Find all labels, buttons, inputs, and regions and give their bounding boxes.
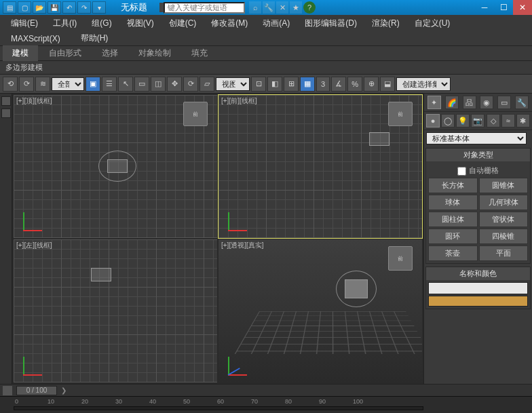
utilities-tab-icon[interactable]: 🔧 — [515, 96, 529, 109]
btn-box[interactable]: 长方体 — [428, 178, 478, 193]
close-button[interactable]: ✕ — [513, 0, 532, 15]
snap-toggle-icon[interactable]: ▦ — [300, 77, 315, 92]
object-color-swatch[interactable] — [428, 296, 528, 307]
lights-icon[interactable]: 💡 — [456, 114, 470, 127]
maximize-button[interactable]: ☐ — [494, 0, 513, 15]
named-sel-icon[interactable]: ⬓ — [380, 77, 395, 92]
open-icon[interactable]: 📂 — [33, 1, 46, 14]
btn-geosphere[interactable]: 几何球体 — [479, 195, 529, 210]
viewcube[interactable]: 前 — [388, 246, 413, 271]
menu-edit[interactable]: 编辑(E) — [5, 16, 43, 31]
timeline-expand-icon[interactable]: ❯ — [61, 387, 66, 394]
exchange-icon[interactable]: ✕ — [276, 1, 288, 14]
btn-plane[interactable]: 平面 — [479, 245, 529, 261]
search-input[interactable] — [164, 2, 245, 14]
viewport-top[interactable]: [+][顶][线框] 前 — [14, 95, 217, 238]
shapes-icon[interactable]: ◯ — [441, 114, 455, 127]
tab-modeling[interactable]: 建模 — [3, 45, 38, 61]
snap-3-icon[interactable]: 3 — [316, 77, 330, 92]
menu-modifiers[interactable]: 修改器(M) — [206, 16, 253, 31]
tab-freeform[interactable]: 自由形式 — [39, 45, 91, 61]
unlink-icon[interactable]: ⟳ — [19, 77, 34, 92]
select-object-icon[interactable]: ▣ — [86, 77, 100, 92]
scale-icon[interactable]: ▱ — [200, 77, 214, 92]
btn-torus[interactable]: 圆环 — [428, 229, 478, 244]
new-icon[interactable]: ▢ — [18, 1, 31, 14]
modify-tab-icon[interactable]: 🌈 — [445, 96, 459, 109]
menu-grapheditors[interactable]: 图形编辑器(D) — [299, 16, 362, 31]
object-box[interactable] — [91, 268, 111, 281]
timeline-toggle-icon[interactable] — [3, 386, 12, 395]
helpers-icon[interactable]: ◇ — [487, 114, 500, 127]
menu-tools[interactable]: 工具(I) — [48, 16, 82, 31]
create-tab-icon[interactable]: ✦ — [428, 96, 441, 109]
geometry-type-dropdown[interactable]: 标准基本体 — [426, 132, 527, 144]
menu-rendering[interactable]: 渲染(R) — [366, 16, 405, 31]
select-arrow-icon[interactable]: ↖ — [118, 77, 133, 92]
viewport-label[interactable]: [+][左][线框] — [16, 241, 52, 250]
viewport-left[interactable]: [+][左][线框] — [14, 239, 217, 382]
select-name-icon[interactable]: ☰ — [102, 77, 117, 92]
manip-icon[interactable]: ◧ — [267, 77, 282, 92]
tab-objectpaint[interactable]: 对象绘制 — [129, 45, 180, 61]
menu-create[interactable]: 创建(C) — [164, 16, 202, 31]
star-icon[interactable]: ★ — [290, 1, 302, 14]
viewport-front[interactable]: [+][前][线框] 前 — [218, 95, 422, 238]
wrench-icon[interactable]: 🔧 — [263, 1, 275, 14]
geometry-icon[interactable]: ● — [426, 114, 440, 127]
btn-tube[interactable]: 管状体 — [479, 212, 529, 227]
viewport-perspective[interactable]: [+][透视][真实] 前 — [218, 239, 422, 382]
save-icon[interactable]: 💾 — [48, 1, 61, 14]
menu-group[interactable]: 组(G) — [86, 16, 117, 31]
track-range[interactable] — [14, 406, 423, 410]
btn-teapot[interactable]: 茶壶 — [428, 245, 478, 261]
bind-icon[interactable]: ≋ — [35, 77, 50, 92]
track-bar[interactable]: 0 10 20 30 40 50 60 70 80 90 100 — [0, 396, 532, 413]
menu-views[interactable]: 视图(V) — [121, 16, 159, 31]
selection-filter-dropdown[interactable]: 全部 — [52, 77, 84, 91]
rail-btn-2[interactable] — [1, 109, 11, 118]
spinner-snap-icon[interactable]: ⊕ — [364, 77, 379, 92]
viewcube[interactable]: 前 — [183, 102, 208, 126]
app-menu-icon[interactable]: ▤ — [3, 1, 16, 14]
tab-populate[interactable]: 填充 — [182, 45, 217, 61]
rotate-icon[interactable]: ⟳ — [183, 77, 198, 92]
angle-snap-icon[interactable]: ∡ — [331, 77, 346, 92]
object-box[interactable] — [107, 159, 128, 173]
object-box[interactable] — [369, 132, 390, 146]
motion-tab-icon[interactable]: ◉ — [480, 96, 493, 109]
percent-snap-icon[interactable]: % — [347, 77, 362, 92]
help-icon[interactable]: ? — [303, 1, 316, 14]
tab-selection[interactable]: 选择 — [92, 45, 128, 61]
redo-icon[interactable]: ↷ — [77, 1, 91, 14]
btn-cylinder[interactable]: 圆柱体 — [428, 212, 478, 227]
viewport-label[interactable]: [+][顶][线框] — [16, 96, 52, 106]
qat-more-icon[interactable]: ▾ — [92, 1, 106, 14]
rail-btn-1[interactable] — [1, 96, 11, 106]
minimize-button[interactable]: ─ — [475, 0, 494, 15]
btn-sphere[interactable]: 球体 — [428, 195, 478, 210]
time-slider[interactable]: 0 / 100 ❯ — [0, 384, 532, 396]
cameras-icon[interactable]: 📷 — [471, 114, 484, 127]
menu-help[interactable]: 帮助(H) — [75, 31, 114, 45]
btn-pyramid[interactable]: 四棱锥 — [479, 229, 529, 244]
systems-icon[interactable]: ✱ — [516, 114, 530, 127]
undo-icon[interactable]: ↶ — [62, 1, 76, 14]
move-icon[interactable]: ✥ — [167, 77, 182, 92]
named-selection-dropdown[interactable]: 创建选择集 — [396, 77, 451, 91]
object-name-input[interactable] — [428, 282, 528, 294]
autogrid-checkbox[interactable] — [457, 167, 466, 176]
menu-maxscript[interactable]: MAXScript(X) — [5, 33, 66, 45]
spacewarps-icon[interactable]: ≈ — [501, 114, 515, 127]
ref-coord-dropdown[interactable]: 视图 — [216, 77, 250, 91]
hierarchy-tab-icon[interactable]: 品 — [463, 96, 476, 109]
rect-region-icon[interactable]: ▭ — [134, 77, 149, 92]
rollout-header[interactable]: 对象类型 — [426, 149, 530, 161]
link-icon[interactable]: ⟲ — [3, 77, 18, 92]
keyboard-icon[interactable]: ⊞ — [284, 77, 299, 92]
menu-customize[interactable]: 自定义(U) — [409, 16, 456, 31]
display-tab-icon[interactable]: ▭ — [497, 96, 511, 109]
btn-cone[interactable]: 圆锥体 — [479, 178, 529, 193]
binoculars-icon[interactable]: ⌕ — [249, 1, 261, 14]
viewcube[interactable]: 前 — [388, 102, 413, 126]
